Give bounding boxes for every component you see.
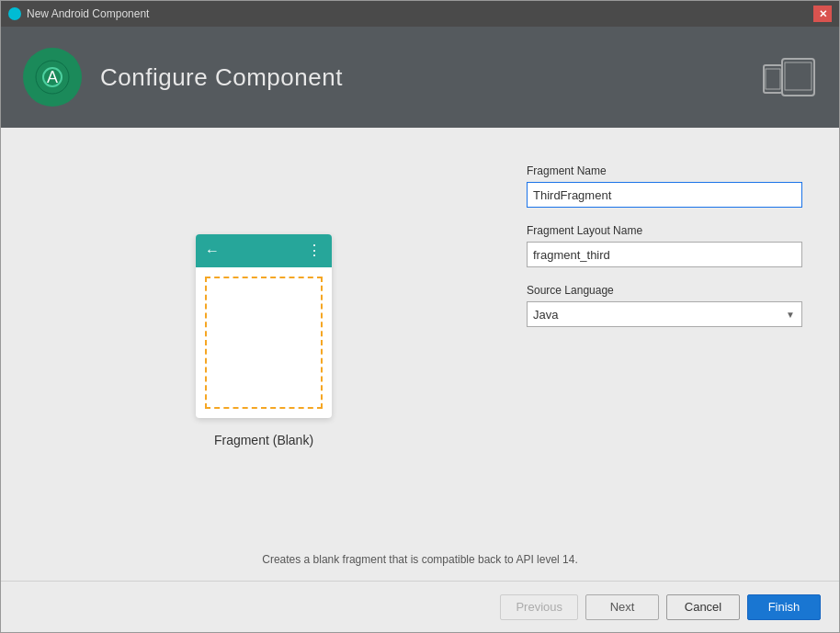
title-bar-left: New Android Component <box>8 7 149 20</box>
fragment-name-label: Fragment Name <box>527 164 802 177</box>
window-title: New Android Component <box>27 7 149 20</box>
fragment-layout-group: Fragment Layout Name <box>527 224 802 267</box>
svg-rect-4 <box>785 62 812 90</box>
source-language-label: Source Language <box>527 284 802 297</box>
preview-label: Fragment (Blank) <box>214 433 313 447</box>
fragment-name-group: Fragment Name <box>527 164 802 208</box>
main-content: ← ⋮ Fragment (Blank) Fragment Name Fragm… <box>1 128 839 553</box>
header-left: A Configure Component <box>23 48 343 107</box>
fragment-layout-label: Fragment Layout Name <box>527 224 802 237</box>
content-placeholder <box>205 277 323 409</box>
android-studio-icon: A <box>34 59 71 96</box>
fragment-name-input[interactable] <box>527 182 802 208</box>
source-language-group: Source Language Java Kotlin ▼ <box>527 284 802 327</box>
back-arrow-icon: ← <box>205 243 220 259</box>
phone-topbar: ← ⋮ <box>196 234 332 267</box>
header-title: Configure Component <box>100 63 343 92</box>
close-button[interactable]: ✕ <box>813 6 832 22</box>
next-button[interactable]: Next <box>585 594 659 620</box>
phone-mockup: ← ⋮ <box>196 234 332 418</box>
description-text: Creates a blank fragment that is compati… <box>262 553 578 566</box>
form-panel: Fragment Name Fragment Layout Name Sourc… <box>527 155 802 526</box>
footer: Previous Next Cancel Finish <box>1 581 839 632</box>
more-dots-icon: ⋮ <box>307 242 323 259</box>
header: A Configure Component <box>1 27 839 128</box>
fragment-layout-input[interactable] <box>527 242 802 267</box>
source-language-select[interactable]: Java Kotlin <box>527 301 802 327</box>
app-icon <box>8 7 21 20</box>
phone-content-area <box>196 267 332 418</box>
source-language-wrapper: Java Kotlin ▼ <box>527 301 802 327</box>
finish-button[interactable]: Finish <box>747 594 821 620</box>
preview-panel: ← ⋮ Fragment (Blank) <box>38 155 490 526</box>
android-logo: A <box>23 48 82 107</box>
previous-button[interactable]: Previous <box>500 594 578 620</box>
device-icons <box>762 54 817 100</box>
svg-rect-6 <box>766 69 780 89</box>
cancel-button[interactable]: Cancel <box>666 594 740 620</box>
description-row: Creates a blank fragment that is compati… <box>1 553 839 581</box>
svg-text:A: A <box>47 68 58 86</box>
device-icon <box>762 54 817 100</box>
title-bar: New Android Component ✕ <box>1 1 839 27</box>
main-window: New Android Component ✕ A Configure Comp… <box>0 0 840 633</box>
